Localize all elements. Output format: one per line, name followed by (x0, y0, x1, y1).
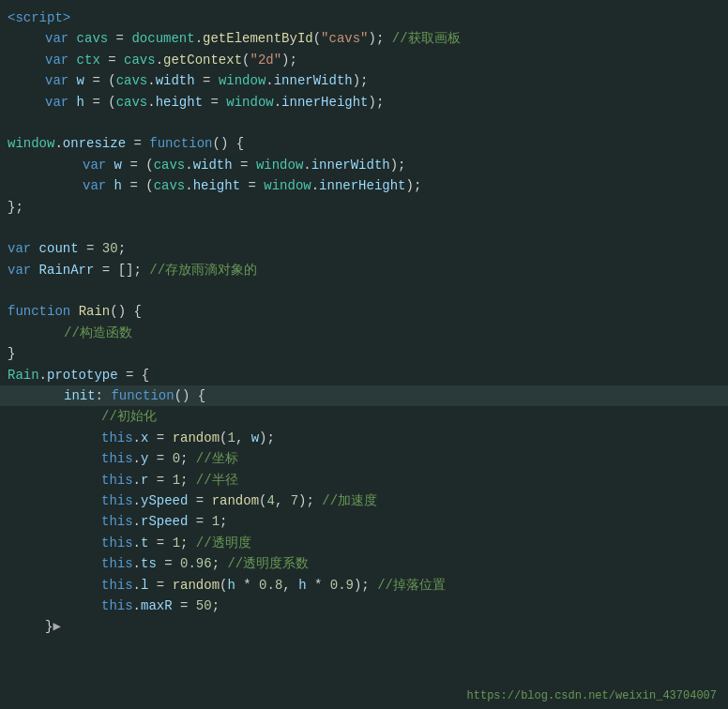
code-editor: <script> var cavs = document.getElementB… (0, 0, 728, 709)
code-line-6 (0, 113, 728, 133)
code-line-25: this.rSpeed = 1; (0, 511, 728, 532)
code-line-30: }▶ (0, 616, 728, 637)
code-line-24: this.ySpeed = random(4, 7); //加速度 (0, 490, 728, 511)
code-line-9: var h = (cavs.height = window.innerHeigh… (0, 175, 728, 196)
code-line-22: this.y = 0; //坐标 (0, 448, 728, 469)
code-line-7: window.onresize = function() { (0, 133, 728, 154)
code-line-3: var ctx = cavs.getContext("2d"); (0, 50, 728, 70)
code-line-19: init: function() { (0, 385, 728, 406)
code-line-20: //初始化 (0, 406, 728, 427)
bottom-url-bar: https://blog.csdn.net/weixin_43704007 (456, 684, 728, 709)
code-line-12: var count = 30; (0, 238, 728, 259)
code-line-10: }; (0, 197, 728, 218)
code-line-5: var h = (cavs.height = window.innerHeigh… (0, 92, 728, 113)
code-line-8: var w = (cavs.width = window.innerWidth)… (0, 155, 728, 175)
code-line-28: this.l = random(h * 0.8, h * 0.9); //掉落位… (0, 575, 728, 596)
code-line-13: var RainArr = []; //存放雨滴对象的 (0, 260, 728, 280)
code-line-29: this.maxR = 50; (0, 596, 728, 616)
code-line-27: this.ts = 0.96; //透明度系数 (0, 553, 728, 574)
code-line-11 (0, 218, 728, 238)
code-line-18: Rain.prototype = { (0, 365, 728, 385)
code-line-21: this.x = random(1, w); (0, 428, 728, 448)
code-line-14 (0, 280, 728, 301)
script-tag: <script> (8, 8, 70, 28)
code-line-15: function Rain() { (0, 301, 728, 322)
code-line-23: this.r = 1; //半径 (0, 470, 728, 490)
code-line-26: this.t = 1; //透明度 (0, 533, 728, 553)
code-line-17: } (0, 343, 728, 364)
code-line-4: var w = (cavs.width = window.innerWidth)… (0, 70, 728, 91)
code-line-16: //构造函数 (0, 323, 728, 343)
code-line-2: var cavs = document.getElementById("cavs… (0, 28, 728, 49)
code-line-1: <script> (0, 8, 728, 28)
blog-url: https://blog.csdn.net/weixin_43704007 (467, 689, 717, 702)
